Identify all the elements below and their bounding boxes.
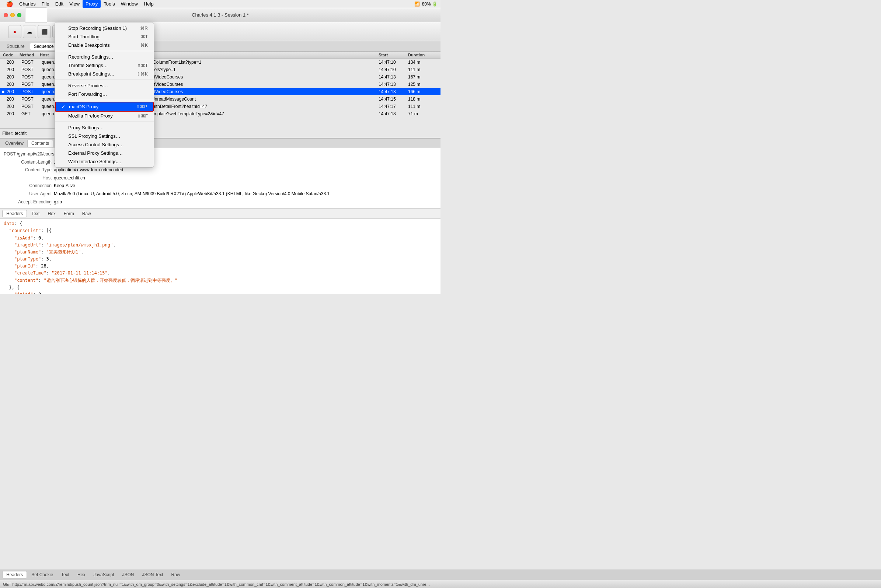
list-item[interactable]: /gym-api/square/carousels?type=1 14:47:1… xyxy=(105,66,440,74)
menu-macos-proxy[interactable]: ✓ macOS Proxy ⇧⌘P xyxy=(55,102,154,112)
info-val: gzip xyxy=(54,198,62,206)
edit-menu[interactable]: Edit xyxy=(53,0,66,8)
json-line: "isAdd": 0, xyxy=(4,291,437,294)
battery-status: 80% 🔋 xyxy=(422,2,437,7)
json-line: "createTime": "2017-01-11 11:14:15", xyxy=(4,270,437,277)
status-code: 200 xyxy=(7,96,21,102)
menu-separator xyxy=(55,80,154,80)
content-tabs: Headers Text Hex Form Raw xyxy=(0,208,440,219)
status-right: 📶 80% 🔋 xyxy=(414,2,437,7)
header-duration: Duration xyxy=(408,52,437,57)
menu-recording-settings[interactable]: Recording Settings… xyxy=(55,52,154,61)
window-menu[interactable]: Window xyxy=(118,0,141,8)
tab-text[interactable]: Text xyxy=(28,210,43,217)
menu-item-label: Start Throttling xyxy=(68,34,141,39)
maximize-button[interactable] xyxy=(17,13,21,17)
list-item[interactable]: /gym-api/square/healthColumnFrontList?ty… xyxy=(105,58,440,66)
menu-item-label: Mozilla Firefox Proxy xyxy=(68,113,137,118)
menu-stop-recording[interactable]: Stop Recording (Session 1) ⌘R xyxy=(55,24,154,32)
menu-start-throttling[interactable]: Start Throttling ⌘T xyxy=(55,32,154,41)
info-row: User-Agent Mozilla/5.0 (Linux; U; Androi… xyxy=(4,190,437,198)
tab-contents[interactable]: Contents xyxy=(27,140,53,147)
http-method: POST xyxy=(21,67,42,72)
http-method: POST xyxy=(21,104,42,109)
menu-reverse-proxies[interactable]: Reverse Proxies… xyxy=(55,81,154,90)
menu-firefox-proxy[interactable]: Mozilla Firefox Proxy ⇧⌘F xyxy=(55,112,154,120)
apple-menu[interactable]: 🍎 xyxy=(3,0,16,8)
info-row: Accept-Encoding gzip xyxy=(4,198,437,206)
list-item[interactable]: /gym-api/message/getUnreadMessageCount 1… xyxy=(105,95,440,103)
ssl-button[interactable]: ☁ xyxy=(23,25,36,38)
file-menu[interactable]: File xyxy=(39,0,53,8)
info-key: Content-Type xyxy=(4,166,52,174)
minimize-button[interactable] xyxy=(11,13,15,17)
detail-list: /gym-api/square/healthColumnFrontList?ty… xyxy=(105,58,440,117)
check-icon: ✓ xyxy=(62,104,68,110)
traffic-lights xyxy=(4,13,21,17)
json-content-area: data: { "courseList": [{ "isAdd": 0, "im… xyxy=(0,219,440,294)
request-start: 14:47:13 xyxy=(379,89,408,94)
list-item[interactable]: /gym-api/v20/course/getVideoCourses 14:4… xyxy=(105,88,440,95)
tab-form[interactable]: Form xyxy=(60,210,78,217)
menu-item-label: Web Interface Settings… xyxy=(68,159,148,164)
menu-item-label: Throttle Settings… xyxy=(68,63,137,68)
menu-item-label: Recording Settings… xyxy=(68,54,148,60)
request-duration: 111 m xyxy=(408,104,437,109)
list-item[interactable]: /gym-api/v20/course/getVideoCourses 14:4… xyxy=(105,74,440,81)
request-duration: 134 m xyxy=(408,60,437,65)
list-item[interactable]: /gym-api/square/getHealthDetailFront?hea… xyxy=(105,103,440,110)
stop-button[interactable]: ⬛ xyxy=(38,25,51,38)
tools-menu[interactable]: Tools xyxy=(101,0,117,8)
charles-menu[interactable]: Charles xyxy=(16,0,39,8)
http-method: POST xyxy=(21,74,42,80)
info-val: Mozilla/5.0 (Linux; U; Android 5.0; zh-c… xyxy=(54,190,329,198)
proxy-dropdown-menu: Stop Recording (Session 1) ⌘R Start Thro… xyxy=(54,22,154,168)
right-panel: Path Start Duration /gym-api/square/heal… xyxy=(105,52,440,138)
menu-access-control[interactable]: Access Control Settings… xyxy=(55,140,154,149)
json-line: "planId": 28, xyxy=(4,262,437,270)
proxy-menu[interactable]: Proxy xyxy=(83,0,101,8)
menu-web-interface[interactable]: Web Interface Settings… xyxy=(55,158,154,166)
request-start: 14:47:18 xyxy=(379,111,408,116)
menu-throttle-settings[interactable]: Throttle Settings… ⇧⌘T xyxy=(55,61,154,70)
close-button[interactable] xyxy=(4,13,8,17)
menu-port-forwarding[interactable]: Port Forwarding… xyxy=(55,90,154,98)
request-start: 14:47:13 xyxy=(379,74,408,80)
menu-item-label: Port Forwarding… xyxy=(68,92,148,97)
info-row: Host queen.techfit.cn xyxy=(4,174,437,182)
tab-raw[interactable]: Raw xyxy=(78,210,95,217)
request-duration: 71 m xyxy=(408,111,437,116)
tab-structure[interactable]: Structure xyxy=(3,43,29,50)
menu-external-proxy[interactable]: External Proxy Settings… xyxy=(55,149,154,158)
request-start: 14:47:10 xyxy=(379,67,408,72)
tab-overview[interactable]: Overview xyxy=(2,140,27,147)
tab-headers[interactable]: Headers xyxy=(2,210,27,218)
list-item[interactable]: /gym-api/v20/course/getVideoCourses 14:4… xyxy=(105,81,440,88)
macos-menu-bar: 🍎 Charles File Edit View Proxy Tools Win… xyxy=(0,0,440,8)
record-button[interactable]: ● xyxy=(8,25,21,38)
tab-hex[interactable]: Hex xyxy=(44,210,59,217)
list-item[interactable]: /gym-api/square/webTemplate?webTemplateT… xyxy=(105,110,440,117)
menu-shortcut: ⇧⌘F xyxy=(137,114,148,118)
request-start: 14:47:15 xyxy=(379,96,408,102)
header-method: Method xyxy=(20,52,40,57)
menu-proxy-settings[interactable]: Proxy Settings… xyxy=(55,123,154,132)
menu-ssl-settings[interactable]: SSL Proxying Settings… xyxy=(55,132,154,140)
menu-shortcut: ⇧⌘P xyxy=(136,104,147,110)
json-line: "content": "适合刚下决心锻炼的人群，开始强度较低，循序渐进到中等强度… xyxy=(4,277,437,284)
menu-enable-breakpoints[interactable]: Enable Breakpoints ⌘K xyxy=(55,41,154,50)
help-menu[interactable]: Help xyxy=(141,0,157,8)
json-line: data: { xyxy=(4,220,437,227)
status-code: 200 xyxy=(7,89,21,94)
menu-shortcut: ⇧⌘K xyxy=(137,72,148,76)
view-menu[interactable]: View xyxy=(66,0,83,8)
title-bar: Charles 4.1.3 - Session 1 * xyxy=(0,8,440,22)
tab-sequence[interactable]: Sequence xyxy=(30,43,58,50)
http-method: POST xyxy=(21,89,42,94)
json-line: "planName": "完美塑形计划1", xyxy=(4,249,437,256)
menu-breakpoint-settings[interactable]: Breakpoint Settings… ⇧⌘K xyxy=(55,70,154,78)
json-line: }, { xyxy=(4,284,437,291)
info-key: Content-Length xyxy=(4,158,52,166)
request-start: 14:47:17 xyxy=(379,104,408,109)
info-key: Host xyxy=(4,174,52,182)
